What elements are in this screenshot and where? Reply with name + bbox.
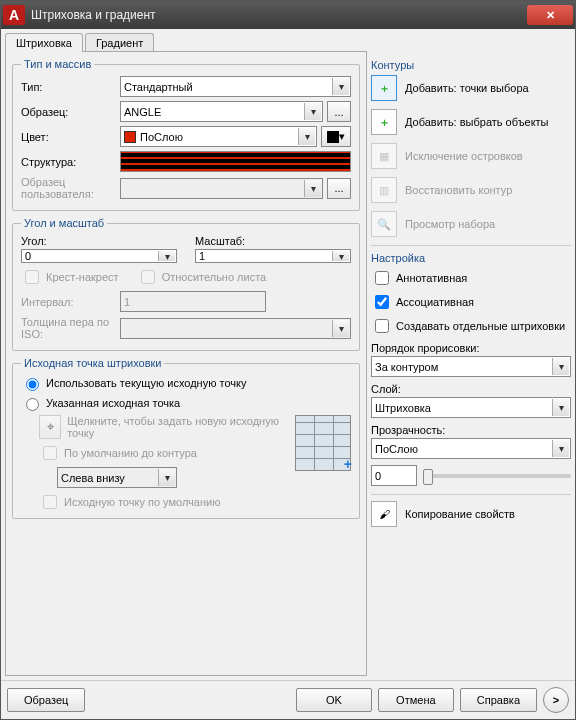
layer-combo[interactable]: Штриховка (371, 397, 571, 418)
draw-order-label: Порядок прорисовки: (371, 342, 571, 354)
window-title: Штриховка и градиент (31, 8, 527, 22)
footer: Образец OK Отмена Справка > (1, 680, 575, 719)
draw-order-combo[interactable]: За контуром (371, 356, 571, 377)
angle-label: Угол: (21, 235, 177, 247)
paper-checkbox: Относительно листа (137, 267, 267, 287)
chevron-down-icon (158, 251, 175, 261)
separate-label: Создавать отдельные штриховки (396, 320, 565, 332)
plus-icon: ＋ (379, 81, 390, 96)
group-type-array: Тип и массив Тип: Стандартный Образец: A… (12, 58, 360, 211)
recreate-icon: ▥ (371, 177, 397, 203)
color-swatch-icon (124, 131, 136, 143)
draw-order-value: За контуром (375, 361, 438, 373)
tab-panel-hatch: Тип и массив Тип: Стандартный Образец: A… (5, 51, 367, 676)
add-points-label[interactable]: Добавить: точки выбора (405, 82, 571, 94)
transparency-value: ПоСлою (375, 443, 418, 455)
pattern-label: Образец: (21, 106, 116, 118)
iso-label: Толщина пера по ISO: (21, 316, 116, 340)
origin-pos-combo: Слева внизу (57, 467, 177, 488)
preview-button[interactable]: Образец (7, 688, 85, 712)
custom-label: Образец пользователя: (21, 176, 116, 200)
group-angle-scale: Угол и масштаб Угол: 0 Масштаб: 1 Крест-… (12, 217, 360, 351)
layer-value: Штриховка (375, 402, 431, 414)
origin-pos-value: Слева внизу (61, 472, 125, 484)
store-default-label: Исходную точку по умолчанию (64, 496, 220, 508)
cancel-button[interactable]: Отмена (378, 688, 454, 712)
pattern-browse-button[interactable]: ... (327, 101, 351, 122)
origin-plus-icon: + (344, 456, 352, 472)
chevron-down-icon (332, 320, 349, 337)
pick-origin-hint: Щелкните, чтобы задать новую исходную то… (67, 415, 289, 439)
double-label: Крест-накрест (46, 271, 119, 283)
view-selection-icon: 🔍 (371, 211, 397, 237)
pattern-value: ANGLE (124, 106, 161, 118)
paper-label: Относительно листа (162, 271, 267, 283)
add-objects-label[interactable]: Добавить: выбрать объекты (405, 116, 571, 128)
pattern-combo[interactable]: ANGLE (120, 101, 323, 122)
associative-label: Ассоциативная (396, 296, 474, 308)
black-swatch-icon (327, 131, 339, 143)
origin-specified-radio[interactable]: Указанная исходная точка (21, 395, 351, 411)
angle-combo[interactable]: 0 (21, 249, 177, 263)
transparency-input[interactable] (371, 465, 417, 486)
close-button[interactable]: ✕ (527, 5, 573, 25)
annotative-checkbox[interactable]: Аннотативная (371, 268, 571, 288)
scale-combo[interactable]: 1 (195, 249, 351, 263)
color-value: ПоСлою (140, 131, 183, 143)
bg-color-button[interactable]: ▾ (321, 126, 351, 147)
chevron-down-icon (304, 180, 321, 197)
color-label: Цвет: (21, 131, 116, 143)
origin-preview: + (295, 415, 351, 471)
swatch-preview[interactable] (120, 151, 351, 172)
titlebar: A Штриховка и градиент ✕ (1, 1, 575, 29)
layer-label: Слой: (371, 383, 571, 395)
tab-gradient[interactable]: Градиент (85, 33, 154, 52)
origin-current-radio[interactable]: Использовать текущую исходную точку (21, 375, 351, 391)
type-value: Стандартный (124, 81, 193, 93)
remove-islands-label: Исключение островков (405, 150, 571, 162)
transparency-slider[interactable] (423, 474, 571, 478)
associative-checkbox[interactable]: Ассоциативная (371, 292, 571, 312)
dialog-window: A Штриховка и градиент ✕ Штриховка Гради… (0, 0, 576, 720)
origin-current-label: Использовать текущую исходную точку (46, 377, 246, 389)
chevron-down-icon (304, 103, 321, 120)
transparency-combo[interactable]: ПоСлою (371, 438, 571, 459)
plus-icon: ＋ (379, 115, 390, 130)
options-title: Настройка (371, 252, 571, 264)
type-label: Тип: (21, 81, 116, 93)
scale-label: Масштаб: (195, 235, 351, 247)
custom-combo (120, 178, 323, 199)
scale-value: 1 (199, 250, 205, 262)
color-combo[interactable]: ПоСлою (120, 126, 317, 147)
inherit-icon[interactable]: 🖌 (371, 501, 397, 527)
custom-browse-button[interactable]: ... (327, 178, 351, 199)
chevron-down-icon (552, 440, 569, 457)
group-angle-scale-legend: Угол и масштаб (21, 217, 107, 229)
origin-specified-label: Указанная исходная точка (46, 397, 180, 409)
double-checkbox: Крест-накрест (21, 267, 119, 287)
default-bounds-checkbox: По умолчанию до контура (39, 443, 289, 463)
chevron-down-icon (552, 358, 569, 375)
inherit-label[interactable]: Копирование свойств (405, 508, 571, 520)
add-objects-icon[interactable]: ＋ (371, 109, 397, 135)
chevron-down-icon (158, 469, 175, 486)
spacing-input (120, 291, 266, 312)
right-panel: Контуры ＋ Добавить: точки выбора ＋ Добав… (371, 33, 571, 676)
swatch-label: Структура: (21, 156, 116, 168)
view-selection-label: Просмотр набора (405, 218, 571, 230)
remove-islands-icon: ▦ (371, 143, 397, 169)
group-origin-legend: Исходная точка штриховки (21, 357, 164, 369)
recreate-label: Восстановить контур (405, 184, 571, 196)
help-button[interactable]: Справка (460, 688, 537, 712)
ok-button[interactable]: OK (296, 688, 372, 712)
default-bounds-label: По умолчанию до контура (64, 447, 197, 459)
separate-checkbox[interactable]: Создавать отдельные штриховки (371, 316, 571, 336)
tab-hatch[interactable]: Штриховка (5, 33, 83, 52)
angle-value: 0 (25, 250, 31, 262)
add-points-icon[interactable]: ＋ (371, 75, 397, 101)
transparency-label: Прозрачность: (371, 424, 571, 436)
more-options-button[interactable]: > (543, 687, 569, 713)
chevron-down-icon (552, 399, 569, 416)
store-default-checkbox: Исходную точку по умолчанию (39, 492, 289, 512)
type-combo[interactable]: Стандартный (120, 76, 351, 97)
